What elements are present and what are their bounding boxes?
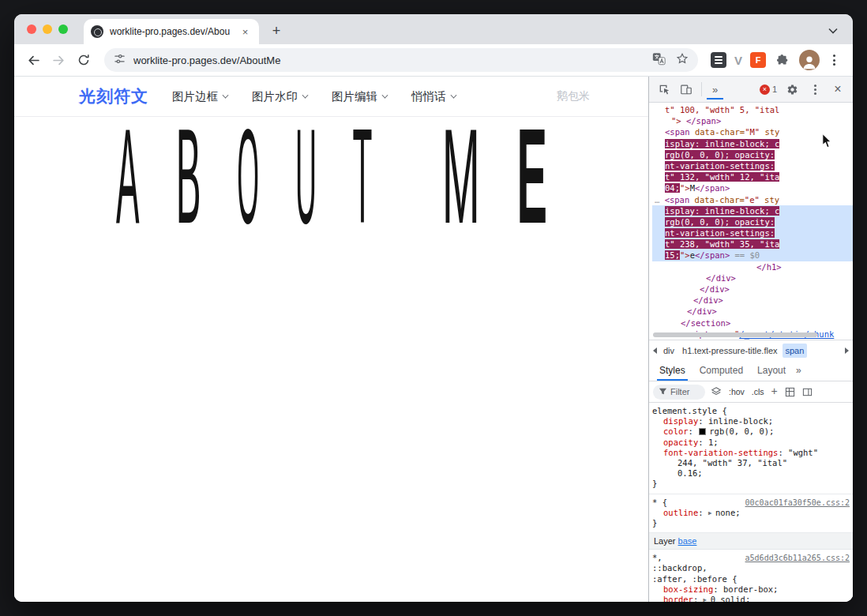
horizontal-scrollbar[interactable] <box>653 332 817 337</box>
browser-tab[interactable]: worklite-pro.pages.dev/Abou × <box>84 19 259 44</box>
close-window-button[interactable] <box>27 24 36 34</box>
style-line[interactable]: 244, "wdth" 37, "ital" <box>652 458 850 468</box>
tab-computed[interactable]: Computed <box>692 360 750 381</box>
chevron-down-icon <box>302 92 309 98</box>
bookmark-star-icon[interactable] <box>676 52 689 68</box>
tab-close-button[interactable]: × <box>238 25 252 39</box>
code-segment: "> <box>671 116 686 126</box>
error-count-badge[interactable]: × 1 <box>760 85 777 95</box>
style-line[interactable]: opacity: 1; <box>652 438 850 448</box>
fullscreen-window-button[interactable] <box>58 24 68 34</box>
styles-pane: element.style {display: inline-block;col… <box>649 403 853 602</box>
code-segment: "> <box>680 250 690 260</box>
dom-tree-line[interactable]: </div> <box>652 306 853 317</box>
filter-input[interactable] <box>670 387 702 396</box>
dom-tree-line[interactable]: nt-variation-settings: <box>652 227 853 239</box>
style-line[interactable]: box-sizing: border-box; <box>652 584 850 595</box>
orange-extension-icon[interactable]: F <box>750 52 766 68</box>
css-segment: { <box>732 574 737 584</box>
dom-tree-line[interactable]: rgb(0, 0, 0); opacity: <box>652 216 853 227</box>
title-letter-glyph: T <box>353 109 373 250</box>
dom-tree-line[interactable]: </div> <box>652 272 853 284</box>
style-line[interactable]: 0.16; <box>652 468 850 479</box>
dom-tree-line[interactable]: t" 238, "wdth" 35, "ita <box>652 239 853 250</box>
dom-tree-line[interactable]: 15;">e</span> == $0 <box>652 250 853 261</box>
v-extension-icon[interactable]: V <box>734 54 742 67</box>
dark-extension-icon[interactable] <box>711 52 726 68</box>
reload-button[interactable] <box>73 49 95 71</box>
grid-icon[interactable] <box>783 385 797 399</box>
stylesheet-link[interactable]: a5d6dd3c6b11a265.css:2 <box>745 554 850 562</box>
profile-avatar[interactable] <box>799 50 820 70</box>
minimize-window-button[interactable] <box>43 24 52 34</box>
code-segment: </div> <box>693 295 723 305</box>
style-line[interactable]: font-variation-settings: "wght" <box>652 448 850 458</box>
dom-tree-line[interactable]: … <span data-char="e" sty <box>652 194 853 205</box>
site-controls-icon[interactable] <box>114 53 126 68</box>
style-line[interactable]: :after, :before { <box>652 574 850 584</box>
breadcrumb-item[interactable]: h1.text-pressure-title.flex <box>679 344 780 358</box>
style-line[interactable]: element.style { <box>652 406 850 416</box>
style-line[interactable]: outline: ▶ none; <box>652 508 850 518</box>
dom-tree-line[interactable]: "> </span> <box>652 115 853 126</box>
dom-tree-line[interactable]: 04;">M</span> <box>652 182 853 193</box>
sidebar-more-tabs[interactable]: » <box>796 365 801 376</box>
stylesheet-link[interactable]: 00c0ac01fa30f50e.css:2 <box>745 498 850 507</box>
address-bar[interactable]: worklite-pro.pages.dev/AboutMe <box>104 48 698 72</box>
tab-layout[interactable]: Layout <box>750 360 793 381</box>
inspect-element-icon[interactable] <box>654 79 674 100</box>
style-line[interactable]: } <box>652 479 850 489</box>
new-tab-button[interactable]: + <box>265 20 287 42</box>
dom-tree-line[interactable]: isplay: inline-block; c <box>652 205 853 216</box>
code-segment: </span> <box>695 183 730 193</box>
title-letter-glyph: M <box>442 109 480 250</box>
layer-link[interactable]: base <box>678 536 697 546</box>
dom-tree-line[interactable]: </div> <box>652 295 853 306</box>
browser-menu-kebab-icon[interactable] <box>823 49 845 71</box>
devtools-close-button[interactable]: × <box>828 79 848 100</box>
dom-tree-line[interactable]: t" 132, "wdth" 12, "ita <box>652 171 853 182</box>
computed-sidebar-toggle-icon[interactable] <box>801 385 814 399</box>
style-line[interactable]: } <box>652 518 850 528</box>
cascade-layers-icon[interactable] <box>709 385 723 399</box>
style-line[interactable]: border: ▶ 0 solid; <box>652 595 850 602</box>
url-text[interactable]: worklite-pro.pages.dev/AboutMe <box>133 54 644 66</box>
breadcrumb-bar: divh1.text-pressure-title.flexspan <box>649 340 853 360</box>
devtools-panel: » × 1 × <box>648 77 853 602</box>
back-button[interactable] <box>22 49 44 71</box>
elements-tree[interactable]: t" 100, "wdth" 5, "ital"> </span><span d… <box>649 103 853 340</box>
styles-filter[interactable] <box>653 385 705 400</box>
title-letter-glyph: E <box>516 109 547 250</box>
more-panels-button[interactable]: » <box>707 79 723 100</box>
dom-tree-line[interactable]: t" 100, "wdth" 5, "ital <box>652 104 853 115</box>
style-line[interactable]: ::backdrop, <box>652 563 850 573</box>
style-rule: a5d6dd3c6b11a265.css:2*,::backdrop,:afte… <box>649 550 853 602</box>
devtools-menu-kebab-icon[interactable] <box>805 79 825 100</box>
tab-styles[interactable]: Styles <box>652 360 692 381</box>
tab-search-chevron-icon[interactable] <box>824 22 842 39</box>
device-toolbar-icon[interactable] <box>676 79 696 100</box>
browser-toolbar: worklite-pro.pages.dev/AboutMe V F <box>14 44 853 77</box>
css-segment: outline <box>663 508 698 517</box>
breadcrumb-item[interactable]: div <box>660 344 677 358</box>
breadcrumb-scroll-right-icon[interactable] <box>842 340 852 360</box>
code-segment: 04; <box>665 183 680 193</box>
dom-tree-line[interactable]: rgb(0, 0, 0); opacity: <box>652 149 853 160</box>
translate-icon[interactable] <box>652 52 666 69</box>
forward-button[interactable] <box>47 49 69 71</box>
dom-tree-line[interactable]: </h1> <box>652 261 853 272</box>
color-swatch[interactable] <box>699 428 706 435</box>
settings-gear-icon[interactable] <box>782 79 802 100</box>
dom-tree-line[interactable]: </div> <box>652 284 853 295</box>
new-style-rule-button[interactable]: + <box>770 383 779 399</box>
dom-tree-line[interactable]: </section> <box>652 317 853 329</box>
breadcrumb-item[interactable]: span <box>783 344 808 358</box>
style-line[interactable]: display: inline-block; <box>652 416 850 426</box>
nav-right-text[interactable]: 鹅包米 <box>557 89 590 103</box>
style-line[interactable]: color: rgb(0, 0, 0); <box>652 426 850 437</box>
dom-tree-line[interactable]: nt-variation-settings: <box>652 160 853 171</box>
extensions-puzzle-icon[interactable] <box>774 51 793 69</box>
breadcrumb-scroll-left-icon[interactable] <box>650 340 660 360</box>
toggle-hover-state-button[interactable]: :hov <box>727 385 746 398</box>
toggle-class-button[interactable]: .cls <box>750 385 766 398</box>
